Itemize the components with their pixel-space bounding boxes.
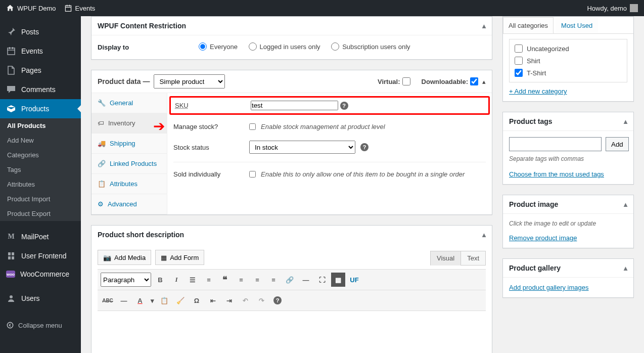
help-icon[interactable]: ?	[360, 143, 369, 151]
display-to-everyone-radio[interactable]	[199, 42, 207, 51]
outdent-button[interactable]: ⇤	[206, 293, 220, 307]
toolbar-toggle-button[interactable]: ▦	[331, 273, 345, 287]
more-button[interactable]: —	[299, 273, 313, 287]
admin-bar: WPUF Demo Events Howdy, demo	[0, 0, 644, 16]
editor-tab-text[interactable]: Text	[461, 251, 486, 266]
radio-label: Everyone	[210, 43, 238, 51]
tab-general[interactable]: 🔧General	[91, 93, 167, 113]
sidebar-subitem-all-products[interactable]: All Products	[0, 118, 81, 133]
sidebar-item-users[interactable]: Users	[0, 289, 81, 308]
display-to-everyone-option[interactable]: Everyone	[199, 42, 238, 51]
link-button[interactable]: 🔗	[283, 273, 297, 287]
postbox-toggle[interactable]: ▴	[624, 200, 627, 208]
clear-formatting-button[interactable]: 🧹	[173, 293, 188, 307]
category-option-shirt[interactable]: Shirt	[510, 55, 627, 67]
link-icon: 🔗	[98, 160, 106, 167]
tab-shipping[interactable]: 🚚Shipping	[91, 134, 167, 154]
italic-button[interactable]: I	[169, 273, 183, 287]
add-form-button[interactable]: ▦ Add Form	[155, 250, 204, 265]
paste-text-button[interactable]: 📋	[157, 293, 171, 307]
adminbar-site-link[interactable]: WPUF Demo	[6, 4, 56, 12]
wpuf-shortcode-button[interactable]: UF	[347, 273, 361, 287]
fullscreen-button[interactable]: ⛶	[315, 273, 329, 287]
tab-linked-products[interactable]: 🔗Linked Products	[91, 154, 167, 174]
downloadable-checkbox[interactable]	[470, 77, 478, 85]
sidebar-subitem-product-export[interactable]: Product Export	[0, 206, 81, 221]
display-to-subscription-radio[interactable]	[331, 42, 339, 51]
blockquote-button[interactable]: ❝	[218, 273, 232, 287]
sidebar-subitem-tags[interactable]: Tags	[0, 162, 81, 177]
sidebar-item-products[interactable]: Products	[0, 99, 81, 118]
align-center-button[interactable]: ≡	[250, 273, 264, 287]
hr-button[interactable]: —	[117, 293, 131, 307]
sidebar-item-posts[interactable]: Posts	[0, 22, 81, 41]
choose-used-tags-link[interactable]: Choose from the most used tags	[509, 170, 604, 178]
sku-highlight-annotation: SKU ?	[169, 96, 490, 115]
tab-all-categories[interactable]: All categories	[503, 17, 554, 33]
manage-stock-checkbox[interactable]	[249, 123, 256, 130]
display-to-loggedin-option[interactable]: Logged in users only	[249, 42, 320, 51]
sidebar-item-label: MailPoet	[21, 233, 49, 241]
sku-input[interactable]	[251, 101, 338, 110]
sidebar-subitem-categories[interactable]: Categories	[0, 148, 81, 162]
postbox-toggle[interactable]: ▴	[482, 22, 486, 30]
text-color-dropdown[interactable]: ▾	[149, 293, 155, 307]
align-left-button[interactable]: ≡	[234, 273, 248, 287]
help-icon[interactable]: ?	[340, 102, 348, 110]
sold-individually-checkbox[interactable]	[249, 171, 256, 178]
sidebar-item-comments[interactable]: Comments	[0, 80, 81, 99]
category-checkbox[interactable]	[515, 45, 523, 53]
editor-content-area[interactable]	[98, 311, 486, 351]
undo-button[interactable]: ↶	[238, 293, 252, 307]
stock-status-select[interactable]: In stock	[249, 141, 355, 154]
block-format-select[interactable]: Paragraph	[101, 273, 151, 287]
strikethrough-button[interactable]: ABC	[101, 293, 115, 307]
indent-button[interactable]: ⇥	[222, 293, 236, 307]
calendar-icon	[64, 4, 72, 12]
redo-button[interactable]: ↷	[254, 293, 268, 307]
add-media-button[interactable]: 📷 Add Media	[98, 250, 151, 265]
display-to-loggedin-radio[interactable]	[249, 42, 257, 51]
product-type-select[interactable]: Simple product	[154, 74, 225, 89]
postbox-toggle[interactable]: ▴	[482, 231, 486, 239]
display-to-subscription-option[interactable]: Subscription users only	[331, 42, 410, 51]
sidebar-subitem-add-new[interactable]: Add New	[0, 133, 81, 148]
text-color-button[interactable]: A	[133, 293, 147, 307]
align-right-button[interactable]: ≡	[266, 273, 281, 287]
tab-advanced[interactable]: ⚙Advanced	[91, 194, 167, 214]
bold-button[interactable]: B	[153, 273, 167, 287]
collapse-menu-button[interactable]: Collapse menu	[0, 316, 81, 334]
adminbar-events-link[interactable]: Events	[64, 4, 96, 12]
remove-product-image-link[interactable]: Remove product image	[509, 234, 577, 242]
add-gallery-images-link[interactable]: Add product gallery images	[509, 284, 589, 291]
category-option-uncategorized[interactable]: Uncategorized	[510, 42, 627, 55]
tab-attributes[interactable]: 📋Attributes	[91, 174, 167, 194]
sidebar-item-pages[interactable]: Pages	[0, 61, 81, 80]
bullet-list-button[interactable]: ☰	[186, 273, 200, 287]
category-checkbox[interactable]	[515, 57, 523, 65]
archive-icon	[6, 104, 16, 114]
sidebar-item-events[interactable]: Events	[0, 41, 81, 61]
sidebar-subitem-attributes[interactable]: Attributes	[0, 177, 81, 192]
adminbar-howdy[interactable]: Howdy, demo	[587, 4, 638, 12]
product-tags-input[interactable]	[509, 137, 602, 151]
sidebar-item-mailpoet[interactable]: M MailPoet	[0, 227, 81, 246]
editor-tab-visual[interactable]: Visual	[430, 251, 461, 266]
add-tag-button[interactable]: Add	[606, 137, 629, 151]
postbox-toggle[interactable]: ▴	[482, 78, 486, 85]
number-list-button[interactable]: ≡	[202, 273, 216, 287]
postbox-toggle[interactable]: ▴	[624, 264, 627, 272]
sidebar-item-user-frontend[interactable]: User Frontend	[0, 246, 81, 266]
content-restriction-postbox: WPUF Content Restriction ▴ Display to Ev…	[91, 16, 492, 60]
category-option-tshirt[interactable]: T-Shirt	[510, 67, 627, 79]
special-char-button[interactable]: Ω	[190, 293, 204, 307]
postbox-toggle[interactable]: ▴	[624, 117, 627, 125]
sidebar-item-woocommerce[interactable]: woo WooCommerce	[0, 266, 81, 283]
category-checkbox[interactable]	[515, 69, 523, 77]
radio-label: Subscription users only	[342, 43, 410, 51]
virtual-checkbox[interactable]	[402, 77, 410, 85]
add-new-category-link[interactable]: + Add new category	[509, 87, 567, 95]
sidebar-subitem-product-import[interactable]: Product Import	[0, 192, 81, 206]
tab-most-used[interactable]: Most Used	[556, 17, 598, 33]
help-button[interactable]: ?	[270, 293, 285, 307]
